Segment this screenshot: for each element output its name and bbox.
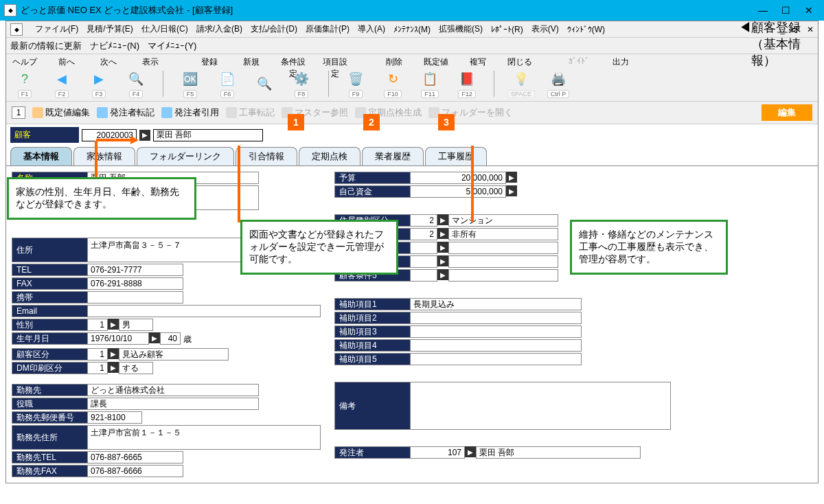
- self-btn[interactable]: ▶: [506, 185, 517, 196]
- cond4-code[interactable]: [410, 255, 437, 268]
- print-icon: 🖨️: [549, 69, 568, 89]
- tab-basic[interactable]: 基本情報: [10, 147, 72, 165]
- cond3-lookup[interactable]: ▶: [437, 242, 448, 253]
- menu-view[interactable]: 表示(V): [531, 23, 559, 35]
- land-lookup[interactable]: ▶: [437, 228, 448, 239]
- util-contractorref[interactable]: 発注者引用: [161, 106, 219, 119]
- custtype-code[interactable]: 1: [87, 348, 108, 360]
- menu-purchase[interactable]: 仕入/日報(C): [141, 23, 188, 35]
- tab-family[interactable]: 家族情報: [73, 147, 135, 165]
- aux4-field[interactable]: [410, 339, 582, 352]
- util-contractor[interactable]: 発注者転記: [97, 106, 154, 119]
- aux3-label: 補助項目3: [334, 325, 410, 338]
- menu-billing[interactable]: 請求/入金(B): [196, 23, 242, 35]
- workzip-field[interactable]: 921-8100: [87, 411, 142, 424]
- worktel-field[interactable]: 076-887-6665: [87, 451, 183, 463]
- customer-name[interactable]: 栗田 吾郎: [153, 129, 263, 141]
- aux5-field[interactable]: [410, 353, 582, 365]
- close-button[interactable]: ✕: [805, 5, 813, 16]
- budget-field[interactable]: 20,000,000: [410, 172, 506, 184]
- workfax-field[interactable]: 076-887-6666: [87, 465, 183, 477]
- tb-label-item: 項目設定: [321, 56, 350, 67]
- orderer-lookup[interactable]: ▶: [465, 446, 476, 457]
- notes-field[interactable]: [410, 382, 671, 430]
- menu-payment[interactable]: 支払/会計(D): [251, 23, 297, 35]
- dm-code[interactable]: 1: [87, 362, 108, 374]
- menu-extension[interactable]: 拡張機能(S): [439, 23, 483, 35]
- self-field[interactable]: 5,000,000: [410, 185, 506, 198]
- mobile-field[interactable]: [87, 291, 183, 303]
- dwelltype-code[interactable]: 2: [410, 214, 437, 227]
- edit-button[interactable]: 編集: [762, 104, 812, 121]
- gender-label: 性別: [12, 319, 87, 331]
- minimize-button[interactable]: —: [758, 5, 766, 16]
- aux2-label: 補助項目2: [334, 312, 410, 324]
- menu-window[interactable]: ｳｨﾝﾄﾞｳ(W): [567, 25, 605, 34]
- arrow-line-family: [96, 139, 134, 141]
- guide-button[interactable]: 💡SPACE: [507, 69, 536, 98]
- dob-field[interactable]: 1976/10/10: [87, 332, 149, 345]
- email-field[interactable]: [87, 305, 321, 317]
- copy-button[interactable]: 📋F11: [415, 69, 444, 98]
- gender-lookup[interactable]: ▶: [108, 319, 119, 330]
- orderer-code[interactable]: 107: [410, 446, 465, 459]
- role-field[interactable]: 課長: [87, 398, 259, 410]
- close-toolbtn[interactable]: 📕F12: [453, 69, 481, 98]
- util-defedit[interactable]: 既定値編集: [32, 106, 90, 119]
- maximize-button[interactable]: ☐: [781, 5, 790, 16]
- tab-vendor[interactable]: 業者履歴: [362, 147, 424, 165]
- next-button[interactable]: ▶F3: [84, 69, 113, 98]
- aux3-field[interactable]: [410, 325, 582, 338]
- submenu-navi[interactable]: ナビﾒﾆｭｰ(N): [90, 40, 139, 52]
- display-button[interactable]: 🔍F4: [122, 69, 150, 98]
- customer-lookup[interactable]: ▶: [139, 130, 150, 141]
- aux1-field[interactable]: 長期見込み: [410, 298, 582, 310]
- dm-lookup[interactable]: ▶: [108, 362, 119, 373]
- menu-file[interactable]: ファイル(F): [35, 23, 78, 35]
- dob-calendar[interactable]: ▶: [149, 332, 160, 343]
- bulb-icon: 💡: [512, 69, 531, 89]
- menu-estimate[interactable]: 見積/予算(E): [87, 23, 133, 35]
- menu-cost[interactable]: 原価集計(P): [306, 23, 350, 35]
- cond4-lookup[interactable]: ▶: [437, 255, 448, 266]
- register-button[interactable]: 🆗F5: [176, 69, 205, 98]
- new-button[interactable]: 📄F6: [213, 69, 242, 98]
- orderer-label: 発注者: [334, 446, 410, 459]
- tab-folder[interactable]: フォルダーリンク: [137, 147, 234, 165]
- custtype-lookup[interactable]: ▶: [108, 348, 119, 359]
- item-button[interactable]: ⚙️F8: [287, 69, 316, 98]
- callout-vendor: 維持・修繕などのメンテナンス工事への工事履歴も表示でき、管理が容易です。: [570, 220, 728, 275]
- land-code[interactable]: 2: [410, 228, 437, 240]
- cond5-lookup[interactable]: ▶: [437, 269, 448, 280]
- cond-button[interactable]: 🔍: [250, 74, 279, 93]
- marker-3: 3: [438, 114, 455, 130]
- worktel-label: 勤務先TEL: [12, 451, 87, 463]
- menu-intro[interactable]: 導入(A): [358, 23, 385, 35]
- workplace-field[interactable]: どっと通信株式会社: [87, 384, 259, 396]
- default-button[interactable]: ↻F10: [378, 69, 407, 98]
- output-button[interactable]: 🖨️Ctrl P: [544, 69, 573, 98]
- prev-button[interactable]: ◀F2: [47, 69, 76, 98]
- cond3-code[interactable]: [410, 242, 437, 254]
- tb-label-default: 既定値: [422, 56, 450, 67]
- tel-field[interactable]: 076-291-7777: [87, 264, 183, 276]
- submenu-my[interactable]: マイﾒﾆｭｰ(Y): [148, 40, 196, 52]
- gender-code[interactable]: 1: [87, 319, 108, 331]
- util-constrans[interactable]: 工事転記: [226, 106, 275, 119]
- menu-maintenance[interactable]: ﾒﾝﾃﾅﾝｽ(M): [393, 25, 431, 34]
- tab-inspection[interactable]: 定期点検: [299, 147, 360, 165]
- tab-contact[interactable]: 引合情報: [236, 147, 297, 165]
- workaddr-field[interactable]: 土津戸市宮前１－１－５: [87, 425, 321, 450]
- tb-label-prev: 前へ: [52, 56, 81, 67]
- dwelltype-lookup[interactable]: ▶: [437, 214, 448, 225]
- aux2-field[interactable]: [410, 312, 582, 324]
- cond5-code[interactable]: [410, 269, 437, 282]
- tab-construction[interactable]: 工事履歴: [425, 147, 487, 165]
- customer-bar: 顧客 20020003 ▶ 栗田 吾郎: [6, 124, 818, 146]
- fax-field[interactable]: 076-291-8888: [87, 277, 183, 290]
- submenu-refresh[interactable]: 最新の情報に更新: [10, 40, 82, 52]
- delete-button[interactable]: 🗑️F9: [341, 69, 370, 98]
- budget-btn[interactable]: ▶: [506, 172, 517, 183]
- help-button[interactable]: ?F1: [10, 69, 39, 98]
- menu-report[interactable]: ﾚﾎﾟｰﾄ(R): [491, 25, 523, 34]
